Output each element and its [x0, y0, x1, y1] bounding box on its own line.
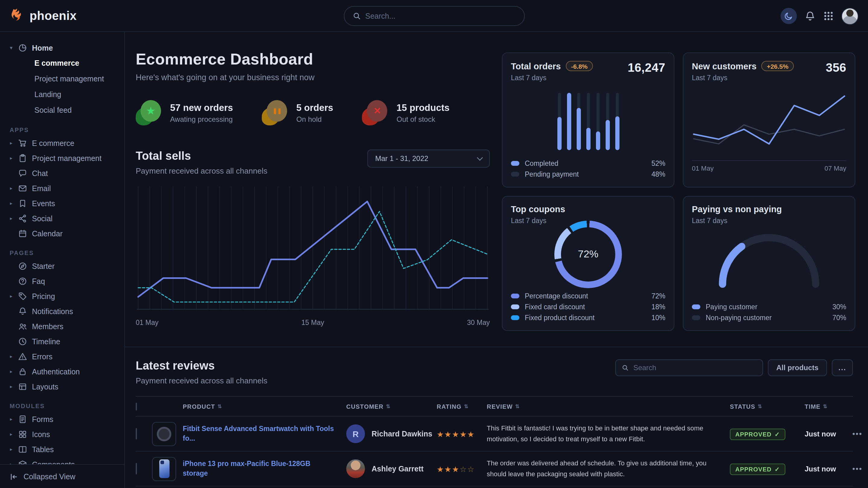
product-link[interactable]: Fitbit Sense Advanced Smartwatch with To…: [183, 424, 346, 443]
reviews-search[interactable]: [615, 359, 763, 376]
stat-caption: On hold: [297, 115, 333, 123]
table-row: Fitbit Sense Advanced Smartwatch with To…: [136, 417, 853, 452]
reviews-table-body: Fitbit Sense Advanced Smartwatch with To…: [136, 417, 853, 488]
brand-logo[interactable]: phoenix: [0, 7, 76, 24]
reviews-table-header: PRODUCT⇅CUSTOMER⇅RATING⇅REVIEW⇅STATUS⇅TI…: [136, 396, 853, 417]
lock-icon: [18, 367, 28, 376]
topbar: phoenix: [0, 0, 868, 32]
sidebar-item-social[interactable]: ▸Social: [6, 211, 119, 226]
sidebar-item-timeline[interactable]: Timeline: [6, 334, 119, 349]
reviews-search-input[interactable]: [633, 363, 756, 372]
rating-stars: ★★★☆☆: [437, 464, 475, 474]
caret-right-icon: ▸: [8, 462, 14, 464]
sort-icon: ⇅: [386, 403, 391, 409]
customer-cell: RRichard Dawkins: [346, 424, 437, 443]
product-thumbnail[interactable]: [152, 457, 176, 481]
sidebar-subitem-project-management[interactable]: Project management: [34, 71, 119, 87]
row-more-button[interactable]: •••: [852, 429, 865, 438]
sidebar-item-chat[interactable]: Chat: [6, 166, 119, 181]
row-checkbox[interactable]: [136, 463, 137, 474]
bar-track: [577, 93, 580, 150]
sidebar-item-starter[interactable]: Starter: [6, 259, 119, 274]
paying-card: Paying vs non paying Last 7 days Paying …: [683, 196, 855, 331]
x-tick: 01 May: [692, 165, 714, 172]
sidebar-subitem-e-commerce[interactable]: E commerce: [34, 56, 119, 71]
main-content: Ecommerce Dashboard Here's what's going …: [125, 32, 868, 488]
legend-label: Fixed card discount: [525, 303, 585, 311]
bar-fill: [596, 131, 600, 150]
row-checkbox[interactable]: [136, 428, 137, 439]
total-orders-card: Total orders -6.8% Last 7 days 16,247 Co…: [502, 53, 674, 188]
select-all-checkbox[interactable]: [136, 402, 137, 410]
search-icon: [622, 364, 628, 371]
sidebar-item-forms[interactable]: ▸Forms: [6, 412, 119, 427]
sidebar-subitem-social-feed[interactable]: Social feed: [34, 102, 119, 118]
reviews-title: Latest reviews: [136, 359, 267, 372]
stat-value: 15 products: [397, 102, 450, 113]
total-sells-chart: 01 May15 May30 May: [136, 185, 490, 326]
stat-item: ★57 new ordersAwating processing: [136, 100, 233, 125]
card-title: Paying vs non paying: [692, 204, 782, 214]
latest-reviews-section: Latest reviews Payment received across a…: [125, 347, 868, 488]
sidebar-subitem-landing[interactable]: Landing: [34, 87, 119, 102]
star-icon: ★: [136, 100, 162, 125]
row-more-button[interactable]: •••: [852, 464, 865, 473]
sidebar-item-notifications[interactable]: Notifications: [6, 304, 119, 319]
sidebar-item-home[interactable]: ▾Home: [6, 40, 119, 56]
cart-icon: [18, 139, 28, 148]
bar-fill: [605, 120, 610, 150]
collapse-view-toggle[interactable]: Collapsed View: [0, 464, 124, 488]
sidebar-item-icons[interactable]: ▸Icons: [6, 427, 119, 442]
rating-stars: ★★★★★: [437, 429, 475, 438]
sidebar-item-events[interactable]: ▸Events: [6, 196, 119, 211]
legend-row: Pending payment48%: [511, 169, 665, 180]
customer-avatar: [346, 459, 365, 478]
sidebar-item-layouts[interactable]: ▸Layouts: [6, 379, 119, 394]
x-icon: ✕: [362, 100, 389, 125]
column-header-product[interactable]: PRODUCT⇅: [183, 403, 346, 410]
sidebar-item-components[interactable]: ▸Components: [6, 457, 119, 464]
sidebar-item-authentication[interactable]: ▸Authentication: [6, 364, 119, 379]
sidebar-item-pricing[interactable]: ▸Pricing: [6, 289, 119, 304]
stat-caption: Awating processing: [170, 115, 233, 123]
stats-row: ★57 new ordersAwating processing❚❚5 orde…: [136, 100, 490, 125]
column-header-customer[interactable]: CUSTOMER⇅: [346, 403, 437, 410]
theme-toggle-button[interactable]: [780, 8, 797, 24]
sidebar-item-members[interactable]: Members: [6, 319, 119, 334]
reviews-table: PRODUCT⇅CUSTOMER⇅RATING⇅REVIEW⇅STATUS⇅TI…: [136, 396, 853, 488]
legend-swatch: [511, 172, 519, 176]
question-icon: [18, 277, 28, 286]
product-thumbnail[interactable]: [152, 422, 176, 446]
user-avatar[interactable]: [841, 7, 858, 24]
bar-track: [596, 93, 599, 150]
check-icon: ✓: [775, 466, 780, 472]
sidebar-item-email[interactable]: ▸Email: [6, 181, 119, 196]
sidebar-item-e-commerce[interactable]: ▸E commerce: [6, 136, 119, 151]
legend-value: 30%: [832, 303, 846, 311]
global-search-input[interactable]: [365, 12, 516, 20]
brand-name: phoenix: [30, 9, 76, 23]
card-period: Last 7 days: [511, 74, 593, 82]
sidebar-item-project-management[interactable]: ▸Project management: [6, 151, 119, 166]
reviews-more-button[interactable]: ...: [832, 359, 853, 376]
column-header-rating[interactable]: RATING⇅: [437, 403, 487, 410]
sidebar-item-tables[interactable]: ▸Tables: [6, 442, 119, 457]
column-header-status[interactable]: STATUS⇅: [730, 403, 805, 410]
sidebar-item-faq[interactable]: Faq: [6, 274, 119, 289]
date-range-select[interactable]: Mar 1 - 31, 2022: [367, 150, 490, 168]
trend-badge: +26.5%: [761, 61, 794, 71]
global-search[interactable]: [343, 6, 525, 26]
product-link[interactable]: iPhone 13 pro max-Pacific Blue-128GB sto…: [183, 459, 346, 478]
sidebar-item-calendar[interactable]: Calendar: [6, 226, 119, 241]
x-tick: 30 May: [467, 319, 490, 326]
sidebar-item-errors[interactable]: ▸Errors: [6, 349, 119, 364]
legend-label: Completed: [525, 160, 558, 167]
column-header-review[interactable]: REVIEW⇅: [487, 403, 730, 410]
search-icon: [352, 12, 361, 20]
column-header-time[interactable]: TIME⇅: [805, 403, 852, 410]
sort-icon: ⇅: [757, 403, 762, 409]
all-products-button[interactable]: All products: [768, 359, 827, 376]
caret-right-icon: ▸: [8, 369, 14, 375]
notifications-button[interactable]: [805, 10, 815, 22]
apps-menu-button[interactable]: [824, 11, 834, 21]
